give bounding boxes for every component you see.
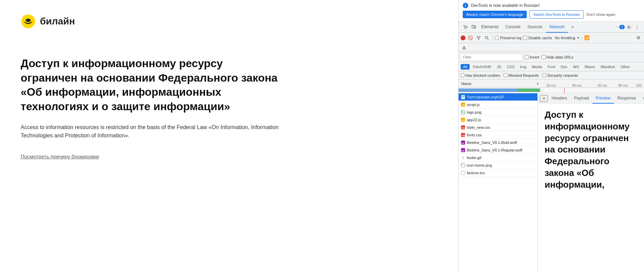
preview-tab-payload[interactable]: Payload (571, 93, 592, 104)
preview-tab-response[interactable]: Response (614, 93, 640, 104)
tab-elements[interactable]: Elements (478, 22, 502, 33)
preview-tab-preview[interactable]: Preview (592, 93, 614, 104)
settings-icon[interactable] (625, 23, 633, 31)
network-settings-icon[interactable]: ⚙ (635, 34, 642, 41)
third-party-label[interactable]: 3rd-party requests (543, 73, 578, 77)
tab-console[interactable]: Console (502, 22, 524, 33)
file-item-beeline-regular-woff[interactable]: Aa Beeline_Sans_V0.1-Regular.woff (459, 146, 537, 154)
file-name-logopng: logo.png (467, 110, 481, 114)
network-header-row: Name × 20 ms 40 ms 60 ms 80 ms 100 ms (459, 80, 644, 88)
type-tab-css[interactable]: CSS (504, 64, 517, 70)
inspect-icon[interactable] (461, 23, 470, 31)
filter-row: Invert Hide data URLs (459, 52, 644, 62)
filter-input[interactable] (461, 53, 523, 61)
svg-rect-21 (461, 163, 465, 167)
file-name-fontscss: fonts.css (467, 133, 482, 137)
file-item-selected[interactable]: ?url=rutracker.org%2F (459, 93, 537, 101)
invert-checkbox[interactable] (525, 55, 529, 59)
hide-data-urls-label[interactable]: Hide data URLs (541, 55, 573, 59)
type-tab-all[interactable]: All (461, 64, 470, 70)
preserve-log-label[interactable]: Preserve log (495, 36, 522, 40)
file-item-stylenewcss[interactable]: CSS style_new.css (459, 124, 537, 131)
has-blocked-cookies-label[interactable]: Has blocked cookies (461, 73, 500, 77)
tick-60ms: 60 ms (598, 84, 607, 87)
throttle-selector[interactable]: No throttling (555, 36, 575, 40)
svg-rect-6 (461, 95, 465, 99)
preview-content: Доступ к информационному ресурсу огранич… (538, 104, 644, 272)
file-item-logopng[interactable]: logo.png (459, 108, 537, 116)
file-item-fontscss[interactable]: CSS fonts.css (459, 131, 537, 139)
img-icon2 (461, 163, 465, 168)
search-button[interactable] (483, 34, 490, 41)
tick-40ms: 40 ms (572, 84, 581, 87)
svg-text:Aa: Aa (461, 142, 464, 144)
brand-logo-icon (21, 14, 36, 29)
file-name-app22js: app22.js (467, 118, 481, 122)
third-party-checkbox[interactable] (543, 73, 546, 77)
font-icon2: Aa (461, 148, 465, 153)
hide-data-urls-checkbox[interactable] (541, 55, 546, 59)
download-icon[interactable] (461, 45, 468, 50)
filter-button[interactable] (475, 34, 482, 41)
file-item-iconhomepng[interactable]: icon-home.png (459, 161, 537, 169)
main-page: билайн Доступ к информационному ресурсу … (0, 0, 458, 272)
gif-icon: | (461, 155, 465, 160)
view-reason-link[interactable]: Посмотреть причину блокировки (21, 154, 99, 159)
preview-tab-headers[interactable]: Headers (548, 93, 570, 104)
banner-info-text: DevTools is now available in Russian! (471, 3, 540, 8)
file-name-stylenewcss: style_new.css (467, 125, 490, 129)
brand-header: билайн (21, 14, 438, 29)
preview-tab-more[interactable]: » (640, 93, 644, 104)
throttle-arrow-icon[interactable]: ▼ (577, 36, 580, 40)
type-tab-ws[interactable]: WS (570, 64, 581, 70)
has-blocked-cookies-checkbox[interactable] (461, 73, 464, 77)
invert-label[interactable]: Invert (525, 55, 539, 59)
network-file-list: ?url=rutracker.org%2F JS script.js (459, 93, 538, 272)
more-options-icon[interactable]: ⋮ (633, 23, 641, 31)
type-tab-wasm[interactable]: Wasm (582, 64, 598, 70)
type-tab-media[interactable]: Media (529, 64, 545, 70)
preview-tabs-row: × Headers Payload Preview Response » (538, 93, 644, 104)
type-tab-js[interactable]: JS (494, 64, 504, 70)
type-tab-manifest[interactable]: Manifest (598, 64, 618, 70)
device-mode-icon[interactable] (470, 23, 478, 31)
page-title-russian: Доступ к информационному ресурсу огранич… (21, 56, 282, 114)
divider (492, 35, 493, 41)
tab-sources[interactable]: Sources (524, 22, 546, 33)
js-icon2: JS (461, 117, 465, 122)
disable-cache-label[interactable]: Disable cache (523, 36, 552, 40)
file-item-footergif[interactable]: | footer.gif (459, 154, 537, 161)
preview-panel: × Headers Payload Preview Response » (538, 93, 644, 272)
notifications-icon[interactable]: 1 (616, 23, 625, 31)
page-content: Доступ к информационному ресурсу огранич… (21, 56, 282, 160)
file-item-beeline-bold-woff[interactable]: Aa Beeline_Sans_V0.1-Bold.woff (459, 139, 537, 146)
disable-cache-checkbox[interactable] (523, 36, 527, 40)
divider2 (582, 35, 582, 41)
record-stop-button[interactable] (461, 35, 465, 40)
preview-close-button[interactable]: × (540, 95, 548, 102)
switch-devtools-button[interactable]: Switch DevTools to Russian (529, 10, 584, 19)
file-item-app22js[interactable]: JS app22.js (459, 116, 537, 124)
always-match-button[interactable]: Always match Chrome's language (463, 11, 527, 18)
type-tab-img[interactable]: Img (518, 64, 529, 70)
tick-80ms: 80 ms (618, 84, 627, 87)
type-tab-doc[interactable]: Doc (558, 64, 570, 70)
type-tab-font[interactable]: Font (545, 64, 558, 70)
blocked-requests-label[interactable]: Blocked Requests (504, 73, 539, 77)
preserve-log-checkbox[interactable] (495, 36, 499, 40)
clear-button[interactable]: 🚫 (467, 34, 474, 41)
dont-show-button[interactable]: Don't show again (587, 12, 615, 17)
type-tab-fetch/xhr[interactable]: Fetch/XHR (470, 64, 494, 70)
filter-options-row: Has blocked cookies Blocked Requests 3rd… (459, 71, 644, 80)
brand-name: билайн (40, 16, 75, 27)
tab-network[interactable]: Network (546, 22, 568, 33)
file-name-selected: ?url=rutracker.org%2F (467, 95, 504, 99)
type-tab-other[interactable]: Other (618, 64, 632, 70)
tab-more[interactable]: » (568, 22, 577, 33)
blocked-requests-checkbox[interactable] (504, 73, 507, 77)
svg-rect-2 (474, 26, 476, 28)
file-item-scriptjs[interactable]: JS script.js (459, 101, 537, 108)
network-content: ?url=rutracker.org%2F JS script.js (459, 93, 644, 272)
file-item-faviconico[interactable]: favicon.ico (459, 169, 537, 177)
info-icon: i (463, 3, 468, 8)
